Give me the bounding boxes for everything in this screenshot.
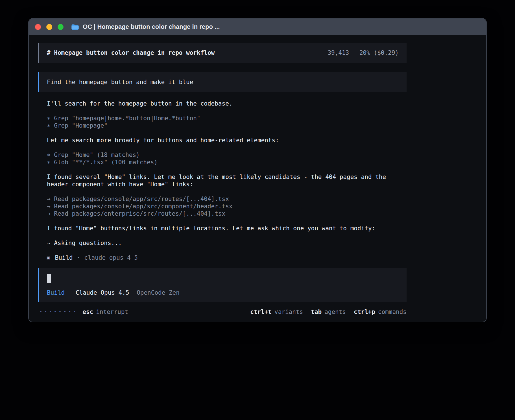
esc-key-label: interrupt xyxy=(96,308,128,316)
hint-commands: ctrl+p commands xyxy=(354,308,407,316)
assistant-text: Let me search more broadly for buttons a… xyxy=(47,137,407,144)
hint-label: variants xyxy=(274,308,303,316)
window-titlebar[interactable]: OC | Homepage button color change in rep… xyxy=(29,19,486,35)
user-message: Find the homepage button and make it blu… xyxy=(38,72,407,92)
tool-call-group: ∗ Grep "homepage|home.*button|Home.*butt… xyxy=(47,115,407,129)
hint-key: ctrl+p xyxy=(354,308,375,316)
hint-label: commands xyxy=(378,308,407,316)
tool-call-grep: ∗ Grep "homepage|home.*button|Home.*butt… xyxy=(47,115,407,122)
status-bar-right: ctrl+t variants tab agents ctrl+p comman… xyxy=(242,308,407,316)
tool-call-read: → Read packages/console/app/src/componen… xyxy=(47,203,407,210)
input-meta-row: Build Claude Opus 4.5 OpenCode Zen xyxy=(47,289,399,296)
hint-variants: ctrl+t variants xyxy=(250,308,303,316)
prompt-input[interactable]: Build Claude Opus 4.5 OpenCode Zen xyxy=(38,268,407,302)
context-cost: 20% ($0.29) xyxy=(359,49,399,56)
session-title: # Homepage button color change in repo w… xyxy=(47,49,215,56)
agent-icon: ▣ xyxy=(47,254,50,261)
folder-icon xyxy=(71,24,79,30)
tool-call-group: ∗ Grep "Home" (18 matches) ∗ Glob "**/*.… xyxy=(47,151,407,166)
esc-key-hint: esc xyxy=(82,308,93,316)
agent-status-row: ▣ Build · claude-opus-4-5 xyxy=(47,254,407,261)
input-provider-label: OpenCode Zen xyxy=(137,289,180,296)
tool-call-read: → Read packages/console/app/src/routes/[… xyxy=(47,195,407,203)
tool-call-read: → Read packages/enterprise/src/routes/[.… xyxy=(47,210,407,217)
session-stats: 39,413 20% ($0.29) xyxy=(328,49,399,56)
status-bar-left: •••••••• esc interrupt xyxy=(40,308,128,316)
assistant-text: I found "Home" buttons/links in multiple… xyxy=(47,225,407,232)
token-count: 39,413 xyxy=(328,49,349,56)
spinner-dots: •••••••• xyxy=(40,308,78,316)
session-header: # Homepage button color change in repo w… xyxy=(38,43,407,63)
tool-call-group: → Read packages/console/app/src/routes/[… xyxy=(47,195,407,217)
agent-separator: · xyxy=(77,254,80,261)
assistant-text: I found several "Home" links. Let me loo… xyxy=(47,173,407,188)
zoom-button[interactable] xyxy=(58,24,64,30)
window-title: OC | Homepage button color change in rep… xyxy=(83,23,220,30)
input-agent-label: Build xyxy=(47,289,65,296)
terminal-content: # Homepage button color change in repo w… xyxy=(29,35,486,316)
user-message-text: Find the homepage button and make it blu… xyxy=(47,79,193,86)
minimize-button[interactable] xyxy=(46,24,52,30)
input-model-label: Claude Opus 4.5 xyxy=(76,289,129,296)
tool-call-glob: ∗ Glob "**/*.tsx" (100 matches) xyxy=(47,159,407,166)
hint-agents: tab agents xyxy=(311,308,346,316)
hint-label: agents xyxy=(324,308,346,316)
hint-key: ctrl+t xyxy=(250,308,272,316)
assistant-transcript: I'll search for the homepage button in t… xyxy=(38,100,407,261)
text-cursor xyxy=(47,274,51,283)
assistant-text: I'll search for the homepage button in t… xyxy=(47,100,407,107)
tool-call-grep: ∗ Grep "Homepage" xyxy=(47,122,407,129)
agent-name: Build xyxy=(55,254,73,261)
close-button[interactable] xyxy=(35,24,41,30)
terminal-window: OC | Homepage button color change in rep… xyxy=(28,18,487,322)
assistant-status-text: ~ Asking questions... xyxy=(47,239,407,247)
hint-key: tab xyxy=(311,308,322,316)
agent-model: claude-opus-4-5 xyxy=(84,254,138,261)
status-bar: •••••••• esc interrupt ctrl+t variants t… xyxy=(38,308,407,316)
tool-call-grep: ∗ Grep "Home" (18 matches) xyxy=(47,151,407,159)
